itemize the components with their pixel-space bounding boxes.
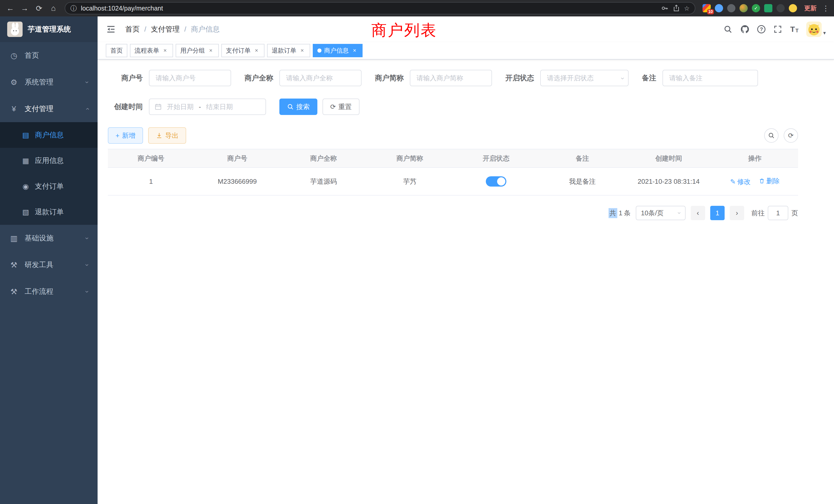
link-label: 删除 (766, 177, 780, 186)
workflow-icon: ⚒ (9, 287, 19, 296)
caret-down-icon: ▾ (823, 30, 826, 36)
short-name-input[interactable] (410, 70, 492, 86)
delete-link[interactable]: 删除 (759, 177, 780, 186)
close-icon[interactable]: × (299, 47, 306, 54)
page-size-select[interactable]: 10条/页 › (636, 206, 686, 220)
tab-user-group[interactable]: 用户分组 × (176, 44, 219, 57)
extension-icon-2[interactable] (715, 4, 723, 12)
page-size-value: 10条/页 (641, 209, 663, 217)
edit-link[interactable]: ✎ 修改 (730, 177, 750, 186)
sidebar-collapse-icon[interactable] (106, 24, 117, 35)
close-icon[interactable]: × (162, 47, 169, 54)
prev-page-button[interactable]: ‹ (691, 206, 705, 220)
table-toolbar: + 新增 导出 ⟳ (108, 127, 798, 144)
export-button[interactable]: 导出 (148, 127, 186, 144)
sidebar-item-label: 基础设施 (25, 233, 53, 243)
reset-button[interactable]: ⟳ 重置 (323, 98, 359, 115)
document-icon: ▧ (22, 208, 30, 216)
grid-icon: ▦ (22, 157, 30, 165)
date-range-picker[interactable]: 开始日期 - 结束日期 (149, 98, 266, 115)
breadcrumb-separator: / (184, 25, 186, 33)
breadcrumb-payment[interactable]: 支付管理 (151, 24, 180, 34)
url-text[interactable]: localhost:1024/pay/merchant (81, 5, 657, 12)
browser-menu-icon[interactable]: ⋮ (822, 4, 830, 13)
tab-process-form[interactable]: 流程表单 × (130, 44, 173, 57)
search-icon (287, 104, 294, 110)
sidebar-item-label: 首页 (25, 50, 39, 60)
status-select[interactable]: › (540, 70, 629, 86)
tab-merchant-info[interactable]: 商户信息 × (313, 44, 363, 57)
breadcrumb-home[interactable]: 首页 (125, 24, 140, 34)
tab-label: 支付订单 (226, 46, 250, 55)
gear-icon: ⚙ (9, 78, 19, 87)
breadcrumb: 首页 / 支付管理 / 商户信息 (125, 24, 220, 34)
sidebar-item-merchant-info[interactable]: ▤ 商户信息 (0, 122, 97, 148)
tab-home[interactable]: 首页 (106, 44, 127, 57)
font-size-icon[interactable]: TT (790, 25, 798, 33)
button-label: 搜索 (296, 102, 310, 111)
browser-update-button[interactable]: 更新 (804, 4, 816, 12)
sidebar-item-system[interactable]: ⚙ 系统管理 › (0, 69, 97, 95)
close-icon[interactable]: × (253, 47, 260, 54)
sidebar-item-pay-order[interactable]: ◉ 支付订单 (0, 174, 97, 199)
add-button[interactable]: + 新增 (108, 127, 143, 144)
reload-button[interactable]: ⟳ (33, 2, 45, 14)
goto-page-input[interactable] (768, 206, 788, 220)
tab-refund-order[interactable]: 退款订单 × (267, 44, 310, 57)
bookmark-star-icon[interactable]: ☆ (684, 5, 690, 12)
share-icon[interactable] (673, 5, 680, 12)
extension-icon-1[interactable]: 10 (703, 4, 711, 12)
column-header: 创建时间 (626, 149, 712, 167)
sidebar-item-devtools[interactable]: ⚒ 研发工具 › (0, 251, 97, 278)
home-button[interactable]: ⌂ (47, 2, 60, 14)
tab-label: 用户分组 (180, 46, 205, 55)
column-header: 商户号 (194, 149, 280, 167)
extension-icon-3[interactable] (727, 4, 736, 12)
extension-icon-7[interactable] (776, 4, 785, 12)
close-icon[interactable]: × (351, 47, 358, 54)
fullscreen-icon[interactable] (773, 25, 783, 34)
status-toggle[interactable] (486, 176, 506, 187)
filter-status: 开启状态 › (505, 70, 629, 86)
browser-profile-avatar[interactable] (789, 4, 797, 12)
extension-icon-4[interactable] (740, 4, 748, 12)
next-page-button[interactable]: › (730, 206, 744, 220)
sidebar-item-payment[interactable]: ¥ 支付管理 › (0, 95, 97, 122)
sidebar-item-workflow[interactable]: ⚒ 工作流程 › (0, 278, 97, 305)
sidebar-item-refund-order[interactable]: ▧ 退款订单 (0, 199, 97, 225)
extension-icon-5[interactable]: ✓ (752, 4, 760, 12)
chevron-up-icon: › (83, 108, 91, 110)
sidebar-item-infrastructure[interactable]: ▥ 基础设施 › (0, 225, 97, 251)
sidebar-item-home[interactable]: ◷ 首页 (0, 42, 97, 69)
start-date-placeholder: 开始日期 (167, 102, 194, 111)
help-icon[interactable]: ? (757, 25, 765, 33)
extension-icon-6[interactable] (764, 4, 772, 12)
remark-input[interactable] (662, 70, 758, 86)
refresh-table-button[interactable]: ⟳ (784, 128, 798, 143)
url-bar[interactable]: ⓘ localhost:1024/pay/merchant ☆ (65, 2, 695, 14)
tab-pay-order[interactable]: 支付订单 × (221, 44, 264, 57)
forward-button[interactable]: → (19, 2, 31, 14)
merchant-no-input[interactable] (149, 70, 231, 86)
site-info-icon[interactable]: ⓘ (70, 4, 77, 13)
sidebar-item-app-info[interactable]: ▦ 应用信息 (0, 148, 97, 174)
status-select-input[interactable] (540, 70, 629, 86)
github-icon[interactable] (740, 25, 749, 34)
user-avatar[interactable]: ▾ (806, 22, 826, 37)
back-button[interactable]: ← (4, 2, 17, 14)
full-name-input[interactable] (279, 70, 361, 86)
page-1-button[interactable]: 1 (710, 206, 725, 220)
search-button[interactable]: 搜索 (279, 98, 317, 115)
total-count: 1 (619, 209, 622, 217)
sidebar-item-label: 支付管理 (25, 104, 53, 114)
goto-label: 前往 (751, 209, 765, 217)
close-icon[interactable]: × (207, 47, 214, 54)
button-label: 导出 (165, 131, 178, 140)
password-key-icon[interactable] (661, 4, 668, 12)
tabs-bar: 首页 流程表单 × 用户分组 × 支付订单 × 退款订单 × (97, 42, 834, 60)
annotation-title: 商户列表 (371, 20, 437, 41)
sidebar-item-label: 系统管理 (25, 77, 53, 87)
sidebar-logo[interactable]: 芋道管理系统 (0, 17, 97, 42)
search-icon[interactable] (723, 25, 732, 34)
toggle-search-button[interactable] (764, 128, 778, 143)
